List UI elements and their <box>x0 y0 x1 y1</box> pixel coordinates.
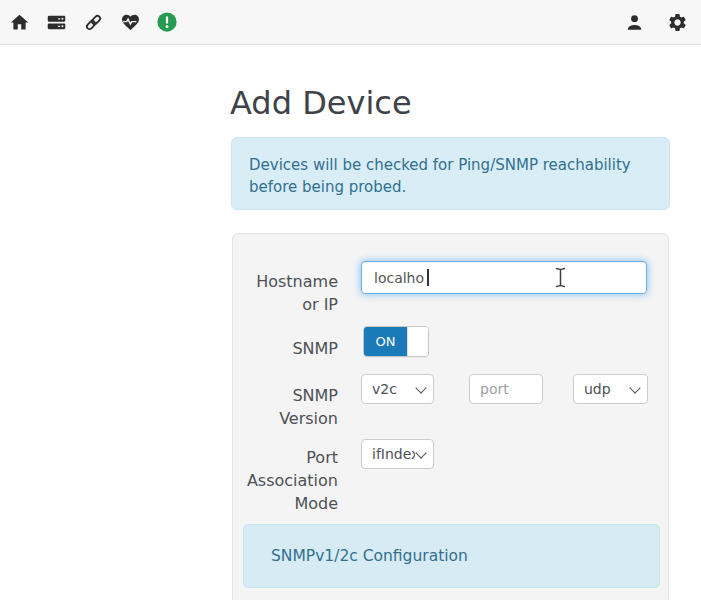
port-association-select[interactable]: ifIndex <box>361 439 434 469</box>
transport-select[interactable]: udp <box>573 374 648 404</box>
settings-button[interactable] <box>666 11 688 33</box>
top-navbar <box>0 0 701 45</box>
navbar-left <box>8 11 178 33</box>
user-icon <box>624 12 645 33</box>
text-caret <box>427 269 429 286</box>
port-association-mode-label: Port Association Mode <box>233 446 338 515</box>
hostname-field-wrap <box>361 261 647 294</box>
page-title: Add Device <box>230 84 412 122</box>
link-icon <box>83 12 104 33</box>
port-field-wrap <box>469 374 543 404</box>
exclamation-circle-icon <box>156 11 178 33</box>
transport-select-wrap: udp <box>573 374 648 404</box>
hostname-label: Hostname or IP <box>233 270 338 316</box>
home-icon <box>9 12 30 33</box>
info-alert: Devices will be checked for Ping/SNMP re… <box>231 137 670 210</box>
snmp-version-select-wrap: v2c <box>361 374 434 404</box>
health-button[interactable] <box>119 11 141 33</box>
snmp-version-select[interactable]: v2c <box>361 374 434 404</box>
navbar-right <box>623 11 688 33</box>
user-menu-button[interactable] <box>623 11 645 33</box>
heartbeat-icon <box>120 12 141 33</box>
ports-button[interactable] <box>82 11 104 33</box>
devices-button[interactable] <box>45 11 67 33</box>
add-device-form-panel: Hostname or IP SNMP ON SNMP Version v2c <box>232 233 669 600</box>
devices-icon <box>46 12 67 33</box>
gear-icon <box>667 12 688 33</box>
snmp-label: SNMP <box>233 337 338 360</box>
snmp-toggle[interactable]: ON <box>363 326 429 357</box>
port-input[interactable] <box>469 374 543 404</box>
alerts-button[interactable] <box>156 11 178 33</box>
port-association-select-wrap: ifIndex <box>361 439 434 469</box>
hostname-input[interactable] <box>361 261 647 294</box>
home-button[interactable] <box>8 11 30 33</box>
add-device-screen: Add Device Devices will be checked for P… <box>0 0 701 600</box>
info-alert-text: Devices will be checked for Ping/SNMP re… <box>249 156 631 196</box>
snmp-config-section-header[interactable]: SNMPv1/2c Configuration <box>243 524 660 588</box>
snmp-toggle-handle <box>407 327 429 356</box>
snmp-version-label: SNMP Version <box>233 384 338 430</box>
snmp-toggle-on-label: ON <box>364 327 407 356</box>
snmp-config-section-title: SNMPv1/2c Configuration <box>271 547 468 565</box>
